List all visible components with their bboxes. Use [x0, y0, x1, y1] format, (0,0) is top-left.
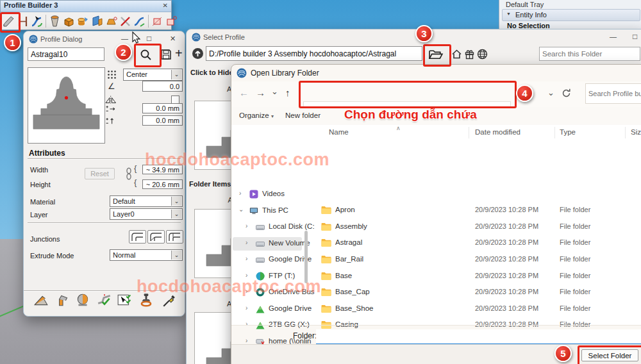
globe-icon[interactable]	[477, 49, 488, 60]
up-one-level-icon[interactable]	[192, 47, 204, 60]
column-divider[interactable]	[554, 127, 555, 138]
reset-button[interactable]: Reset	[85, 168, 115, 179]
junction-corner-button[interactable]	[129, 230, 146, 244]
address-dropdown-icon[interactable]: ⌄	[547, 88, 554, 97]
junction-butt-button[interactable]	[166, 230, 183, 244]
chevron-down-icon[interactable]: ⌄	[238, 206, 244, 213]
file-row[interactable]: Astragal20/9/2023 10:28 PMFile folder	[315, 236, 641, 250]
column-header-type[interactable]: Type	[560, 128, 576, 136]
pb3-titlebar[interactable]: Profile Builder 3 ✕	[1, 1, 171, 12]
dialog-titlebar[interactable]: Open Library Folder	[231, 65, 641, 81]
rotation-input[interactable]	[142, 81, 183, 92]
sort-ascending-icon[interactable]: ∧	[396, 125, 401, 131]
junction-miter-button[interactable]	[147, 230, 165, 244]
tree-item-onedrive-business[interactable]: ›OneDrive Bus	[233, 286, 302, 299]
chevron-right-icon[interactable]: ›	[239, 190, 241, 197]
library-path-input[interactable]	[206, 46, 422, 61]
column-header-name[interactable]: Name	[329, 128, 349, 136]
chevron-down-icon[interactable]: ⌄	[171, 251, 181, 260]
height-input[interactable]	[142, 179, 183, 189]
box-tool-icon[interactable]	[62, 15, 76, 28]
refresh-icon[interactable]	[561, 88, 572, 99]
recent-locations-icon[interactable]: ⌄	[271, 87, 278, 96]
chevron-right-icon[interactable]: ›	[246, 272, 247, 279]
anchor-select[interactable]: Center ⌄	[123, 69, 183, 81]
extend-tool-icon[interactable]	[55, 293, 71, 307]
tree-item-new-volume[interactable]: ›New Volume	[233, 237, 302, 251]
tree-item-local-disk-c[interactable]: ›Local Disk (C:	[233, 220, 302, 234]
tree-item-google-drive-disk[interactable]: ›Google Drive	[233, 253, 302, 267]
stamp-tool-icon[interactable]	[138, 293, 154, 307]
select-folder-button[interactable]: Select Folder	[581, 349, 638, 361]
column-divider[interactable]	[625, 127, 626, 138]
forward-icon[interactable]: →	[256, 87, 265, 98]
file-row[interactable]: Apron20/9/2023 10:28 PMFile folder	[315, 203, 641, 217]
panel-tool-icon[interactable]	[90, 15, 104, 28]
folder-search-input[interactable]	[539, 47, 640, 61]
pb3-close-button[interactable]: ✕	[163, 2, 168, 9]
validate-profile-icon[interactable]	[97, 293, 112, 307]
material-select[interactable]: Default ⌄	[110, 195, 183, 207]
link-dimensions-icon[interactable]	[126, 167, 132, 180]
mirror-icon[interactable]	[104, 95, 117, 104]
tree-scrollbar[interactable]	[304, 231, 308, 283]
column-divider[interactable]	[469, 127, 469, 138]
chevron-right-icon[interactable]: ›	[246, 222, 247, 229]
tree-item-videos[interactable]: ›Videos	[233, 188, 302, 201]
width-input[interactable]	[142, 165, 183, 174]
gift-icon[interactable]	[465, 49, 474, 60]
profile-member-icon[interactable]	[16, 15, 29, 28]
cylinder-tool-icon[interactable]	[76, 15, 90, 28]
entity-info-section[interactable]: ▼ Entity Info	[502, 9, 640, 21]
select-profile-titlebar[interactable]: Select Profile — □	[187, 29, 641, 45]
chevron-right-icon[interactable]: ›	[246, 239, 247, 246]
organize-button[interactable]: Organize ▾	[239, 112, 274, 119]
open-library-folder-icon[interactable]	[429, 49, 444, 60]
new-profile-icon[interactable]: +	[175, 46, 183, 61]
profile-dialog-titlebar[interactable]: Profile Dialog — □ ✕	[24, 31, 185, 47]
file-row[interactable]: Base_Cap20/9/2023 10:28 PMFile folder	[315, 285, 641, 299]
smart-path-icon[interactable]	[133, 15, 146, 28]
anchor-grid-icon[interactable]	[107, 70, 117, 79]
minimize-button[interactable]: —	[121, 35, 128, 42]
chevron-down-icon[interactable]: ⌄	[171, 197, 181, 206]
tree-item-google-drive[interactable]: ›Google Drive	[233, 302, 302, 316]
up-icon[interactable]: ↑	[285, 87, 290, 98]
offset-x-input[interactable]	[142, 103, 183, 113]
layer-select[interactable]: Layer0 ⌄	[110, 208, 183, 220]
maximize-button[interactable]: □	[633, 32, 637, 41]
file-row[interactable]: Bar_Rail20/9/2023 10:28 PMFile folder	[315, 252, 641, 267]
file-row[interactable]: Base20/9/2023 10:28 PMFile folder	[315, 269, 641, 283]
trapezoid-tool-icon[interactable]	[104, 15, 118, 28]
offset-y-input[interactable]	[142, 115, 183, 126]
select-members-icon[interactable]	[117, 293, 132, 307]
chevron-right-icon[interactable]: ›	[246, 288, 247, 295]
home-icon[interactable]	[451, 49, 462, 60]
profile-name-input[interactable]	[28, 47, 104, 61]
column-header-date[interactable]: Date modified	[475, 128, 520, 136]
edit-profile-icon[interactable]	[151, 15, 164, 28]
tree-item-this-pc[interactable]: ⌄This PC	[233, 204, 302, 218]
back-icon[interactable]: ←	[239, 87, 249, 98]
new-folder-button[interactable]: New folder	[285, 112, 320, 119]
close-button[interactable]: ✕	[170, 35, 176, 43]
extrude-mode-select[interactable]: Normal ⌄	[110, 249, 183, 261]
maximize-button[interactable]: □	[147, 34, 151, 43]
minimize-button[interactable]: —	[610, 33, 617, 40]
build-profile-tool-icon[interactable]	[2, 15, 15, 28]
edit-path-icon[interactable]	[165, 15, 178, 28]
file-row[interactable]: Base_Shoe20/9/2023 10:28 PMFile folder	[315, 302, 641, 316]
trim-tool-icon[interactable]	[119, 15, 132, 28]
column-header-size[interactable]: Size	[631, 128, 641, 136]
chevron-right-icon[interactable]: ›	[246, 304, 247, 311]
save-profile-icon[interactable]	[160, 49, 172, 60]
search-profiles-icon[interactable]	[140, 49, 152, 61]
folder-name-input[interactable]	[316, 329, 641, 345]
dialog-search-input[interactable]	[585, 83, 641, 104]
quantify-tool-icon[interactable]	[33, 293, 49, 307]
hide-panel-label[interactable]: Click to Hide	[190, 69, 233, 76]
funnel-tool-icon[interactable]	[48, 15, 62, 28]
chevron-down-icon[interactable]: ⌄	[171, 70, 181, 79]
file-row[interactable]: Assembly20/9/2023 10:28 PMFile folder	[315, 220, 641, 234]
eyedropper-tool-icon[interactable]	[162, 293, 177, 307]
